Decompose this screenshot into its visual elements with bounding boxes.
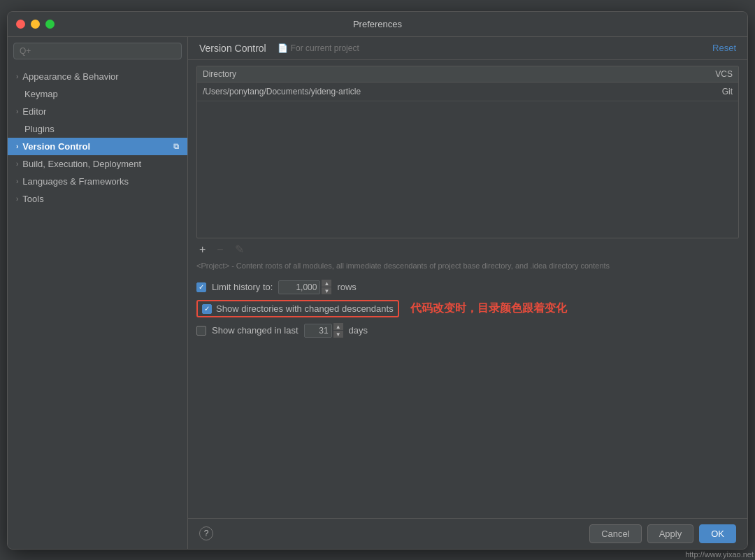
bottom-left: ?: [199, 526, 213, 540]
chevron-right-icon: ›: [16, 73, 18, 80]
show-changed-spinner: ▲ ▼: [333, 323, 343, 338]
cancel-button[interactable]: Cancel: [589, 524, 641, 543]
remove-button[interactable]: −: [214, 242, 226, 257]
sidebar-item-editor[interactable]: › Editor: [8, 103, 187, 120]
spin-down-button[interactable]: ▼: [322, 287, 331, 294]
sidebar-item-tools[interactable]: › Tools: [8, 190, 187, 208]
limit-history-checkbox[interactable]: [196, 282, 206, 292]
limit-history-row: Limit history to: ▲ ▼ rows: [196, 277, 739, 297]
show-changed-input[interactable]: [304, 324, 332, 338]
table-row[interactable]: /Users/ponytang/Documents/yideng-article…: [197, 82, 738, 101]
bottom-bar: ? Cancel Apply OK: [188, 518, 747, 549]
sidebar-items: › Appearance & Behavior Keymap › Editor …: [8, 65, 187, 549]
spin-up-button[interactable]: ▲: [333, 323, 343, 330]
sidebar: Q+ › Appearance & Behavior Keymap › Edit…: [8, 37, 188, 549]
col-directory: Directory: [203, 69, 677, 79]
limit-history-input[interactable]: [278, 280, 320, 294]
spin-up-button[interactable]: ▲: [322, 280, 331, 287]
sidebar-item-label: Appearance & Behavior: [22, 71, 118, 82]
copy-icon: ⧉: [173, 142, 179, 151]
search-box[interactable]: Q+: [13, 43, 182, 59]
spin-down-button[interactable]: ▼: [333, 331, 343, 338]
chevron-right-icon: ›: [16, 160, 18, 168]
apply-button[interactable]: Apply: [647, 524, 694, 543]
panel-title: Version Control: [199, 43, 266, 54]
right-panel: Version Control 📄 For current project Re…: [188, 37, 747, 549]
sidebar-item-plugins[interactable]: Plugins: [8, 120, 187, 138]
preferences-window: Preferences Q+ › Appearance & Behavior K…: [7, 11, 748, 550]
sidebar-item-languages[interactable]: › Languages & Frameworks: [8, 173, 187, 190]
search-icon: Q+: [20, 46, 31, 56]
right-header: Version Control 📄 For current project Re…: [188, 37, 747, 60]
bottom-right: Cancel Apply OK: [589, 524, 736, 543]
show-dirs-annotation: 代码改变时，目录颜色跟着变化: [410, 301, 567, 316]
for-project-label: 📄 For current project: [278, 43, 359, 53]
sidebar-item-label: Tools: [22, 194, 43, 204]
main-content: Q+ › Appearance & Behavior Keymap › Edit…: [8, 37, 747, 549]
minimize-button[interactable]: [31, 20, 40, 29]
sidebar-item-label: Editor: [22, 106, 46, 117]
close-button[interactable]: [16, 20, 25, 29]
sidebar-item-keymap[interactable]: Keymap: [8, 85, 187, 103]
table-note: <Project> - Content roots of all modules…: [188, 260, 747, 274]
chevron-right-icon: ›: [16, 178, 18, 185]
sidebar-item-label: Build, Execution, Deployment: [22, 159, 141, 169]
sidebar-item-label: Keymap: [24, 89, 58, 99]
maximize-button[interactable]: [45, 20, 55, 29]
show-dirs-row: Show directories with changed descendant…: [196, 297, 739, 320]
limit-history-spinner: ▲ ▼: [322, 280, 331, 294]
limit-history-unit: rows: [337, 282, 356, 292]
show-dirs-highlight: Show directories with changed descendant…: [196, 300, 399, 317]
watermark: http://www.yixao.net: [685, 550, 754, 559]
sidebar-item-label: Version Control: [22, 141, 90, 152]
ok-button[interactable]: OK: [699, 524, 736, 543]
vcs-table: Directory VCS /Users/ponytang/Documents/…: [196, 66, 739, 239]
add-button[interactable]: +: [196, 242, 208, 257]
limit-history-label: Limit history to:: [212, 282, 273, 292]
show-dirs-label: Show directories with changed descendant…: [216, 303, 394, 314]
sidebar-item-label: Languages & Frameworks: [22, 176, 129, 187]
chevron-right-icon: ›: [16, 195, 18, 203]
help-button[interactable]: ?: [199, 526, 213, 540]
reset-button[interactable]: Reset: [712, 43, 736, 53]
sidebar-item-version-control[interactable]: › Version Control ⧉: [8, 138, 187, 155]
row-vcs: Git: [677, 87, 733, 96]
row-directory: /Users/ponytang/Documents/yideng-article: [203, 87, 677, 96]
sidebar-item-build[interactable]: › Build, Execution, Deployment: [8, 155, 187, 173]
show-changed-input-wrap: ▲ ▼: [304, 323, 343, 338]
window-controls: [16, 20, 55, 29]
col-vcs: VCS: [677, 69, 733, 79]
chevron-right-icon: ›: [16, 143, 18, 150]
show-dirs-checkbox[interactable]: [202, 304, 212, 314]
chevron-right-icon: ›: [16, 108, 18, 115]
table-toolbar: + − ✎: [188, 238, 747, 260]
window-title: Preferences: [353, 19, 402, 29]
limit-history-input-wrap: ▲ ▼: [278, 280, 331, 294]
sidebar-item-label: Plugins: [24, 124, 55, 134]
right-header-left: Version Control 📄 For current project: [199, 43, 359, 54]
table-header: Directory VCS: [197, 66, 738, 82]
options-area: Limit history to: ▲ ▼ rows Show direc: [188, 274, 747, 346]
show-changed-unit: days: [349, 325, 368, 336]
sidebar-item-appearance[interactable]: › Appearance & Behavior: [8, 68, 187, 85]
show-changed-label: Show changed in last: [212, 325, 299, 336]
show-changed-row: Show changed in last ▲ ▼ days: [196, 320, 739, 340]
project-icon: 📄: [278, 43, 288, 53]
titlebar: Preferences: [8, 12, 747, 37]
show-changed-checkbox[interactable]: [196, 326, 206, 336]
edit-button[interactable]: ✎: [232, 241, 247, 257]
